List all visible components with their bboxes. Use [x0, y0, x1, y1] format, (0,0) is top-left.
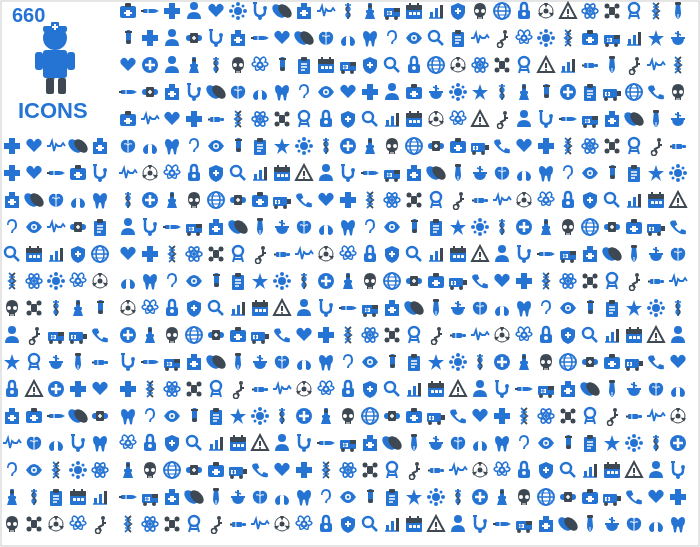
svg-rect-11 [46, 78, 54, 94]
svg-rect-6 [52, 26, 58, 28]
svg-rect-12 [58, 78, 66, 94]
number-label: 660 [12, 4, 45, 26]
svg-rect-10 [67, 52, 75, 70]
icon-sheet: 660 ICONS [0, 0, 700, 547]
icons-label: ICONS [18, 98, 88, 123]
main-container: 660 ICONS [0, 0, 700, 547]
svg-rect-9 [35, 52, 43, 70]
